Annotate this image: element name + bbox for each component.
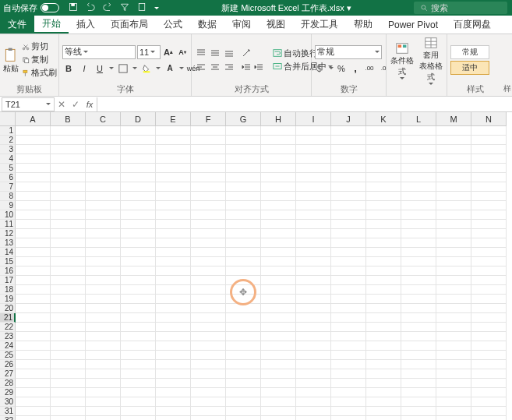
column-header-E[interactable]: E — [156, 112, 191, 126]
increase-decimal-icon[interactable]: .00 — [363, 62, 376, 75]
cell[interactable] — [156, 360, 191, 369]
cell[interactable] — [261, 285, 296, 295]
column-header-F[interactable]: F — [191, 112, 226, 126]
cell[interactable] — [156, 257, 191, 266]
cell[interactable] — [261, 266, 296, 276]
cell[interactable] — [51, 201, 86, 210]
cell[interactable] — [401, 369, 436, 379]
cell[interactable] — [16, 407, 51, 416]
cell[interactable] — [16, 295, 51, 304]
cell[interactable] — [471, 379, 507, 388]
cell[interactable] — [401, 360, 436, 369]
cell[interactable] — [436, 192, 471, 201]
cells-area[interactable] — [16, 126, 507, 420]
cell[interactable] — [226, 192, 261, 201]
cell[interactable] — [471, 266, 507, 276]
cell[interactable] — [471, 285, 507, 295]
cell[interactable] — [296, 351, 331, 360]
row-header-32[interactable]: 32 — [0, 416, 16, 420]
cell[interactable] — [156, 238, 191, 248]
column-header-J[interactable]: J — [331, 112, 366, 126]
cell[interactable] — [401, 416, 436, 420]
cell[interactable] — [331, 341, 366, 351]
cell[interactable] — [261, 276, 296, 285]
cell[interactable] — [226, 369, 261, 379]
cell[interactable] — [296, 416, 331, 420]
cell[interactable] — [86, 136, 121, 145]
cell[interactable] — [226, 182, 261, 192]
cell[interactable] — [16, 360, 51, 369]
cell[interactable] — [191, 248, 226, 257]
column-header-M[interactable]: M — [436, 112, 471, 126]
cell[interactable] — [471, 145, 507, 154]
cell[interactable] — [86, 407, 121, 416]
cell[interactable] — [401, 341, 436, 351]
cell[interactable] — [51, 304, 86, 313]
cell[interactable] — [436, 351, 471, 360]
cell[interactable] — [296, 266, 331, 276]
cell[interactable] — [366, 248, 401, 257]
cell[interactable] — [16, 229, 51, 238]
cell[interactable] — [471, 257, 507, 266]
cell[interactable] — [51, 323, 86, 332]
cell[interactable] — [436, 210, 471, 220]
row-header-17[interactable]: 17 — [0, 276, 16, 285]
cell[interactable] — [86, 341, 121, 351]
tab-insert[interactable]: 插入 — [69, 16, 103, 34]
cell[interactable] — [471, 360, 507, 369]
cell[interactable] — [436, 397, 471, 407]
decrease-font-icon[interactable]: A▾ — [176, 46, 189, 58]
cell[interactable] — [366, 388, 401, 397]
cell[interactable] — [261, 360, 296, 369]
cell[interactable] — [16, 276, 51, 285]
cell[interactable] — [436, 304, 471, 313]
cell[interactable] — [401, 276, 436, 285]
cell[interactable] — [401, 285, 436, 295]
cell[interactable] — [86, 248, 121, 257]
tab-layout[interactable]: 页面布局 — [103, 16, 156, 34]
cell[interactable] — [86, 397, 121, 407]
fill-dropdown-icon[interactable] — [156, 67, 161, 69]
column-header-I[interactable]: I — [296, 112, 331, 126]
cell[interactable] — [296, 313, 331, 323]
autosave-toggle[interactable]: 自动保存 — [0, 2, 62, 14]
cell[interactable] — [331, 220, 366, 229]
cell[interactable] — [296, 220, 331, 229]
cell[interactable] — [226, 220, 261, 229]
cell[interactable] — [156, 323, 191, 332]
cell[interactable] — [121, 285, 156, 295]
redo-icon[interactable] — [103, 2, 112, 13]
row-header-26[interactable]: 26 — [0, 360, 16, 369]
cell[interactable] — [436, 182, 471, 192]
cell[interactable] — [436, 136, 471, 145]
cell[interactable] — [226, 416, 261, 420]
cell[interactable] — [366, 369, 401, 379]
column-header-H[interactable]: H — [261, 112, 296, 126]
cell[interactable] — [261, 304, 296, 313]
cell[interactable] — [401, 295, 436, 304]
cell[interactable] — [471, 210, 507, 220]
cell[interactable] — [366, 210, 401, 220]
cell[interactable] — [121, 136, 156, 145]
cell[interactable] — [191, 360, 226, 369]
cell[interactable] — [471, 220, 507, 229]
row-header-1[interactable]: 1 — [0, 126, 16, 136]
cell[interactable] — [226, 379, 261, 388]
cell[interactable] — [16, 220, 51, 229]
row-header-29[interactable]: 29 — [0, 388, 16, 397]
cell[interactable] — [51, 154, 86, 164]
cell[interactable] — [86, 164, 121, 173]
insert-function-icon[interactable]: fx — [83, 97, 97, 111]
cell[interactable] — [261, 369, 296, 379]
row-header-12[interactable]: 12 — [0, 229, 16, 238]
cell[interactable] — [51, 285, 86, 295]
cell[interactable] — [16, 145, 51, 154]
font-color-button[interactable]: A — [164, 62, 176, 75]
cell[interactable] — [226, 173, 261, 182]
cell[interactable] — [16, 304, 51, 313]
cell[interactable] — [51, 257, 86, 266]
cell[interactable] — [121, 182, 156, 192]
cell[interactable] — [296, 182, 331, 192]
cell[interactable] — [191, 201, 226, 210]
cell[interactable] — [191, 145, 226, 154]
